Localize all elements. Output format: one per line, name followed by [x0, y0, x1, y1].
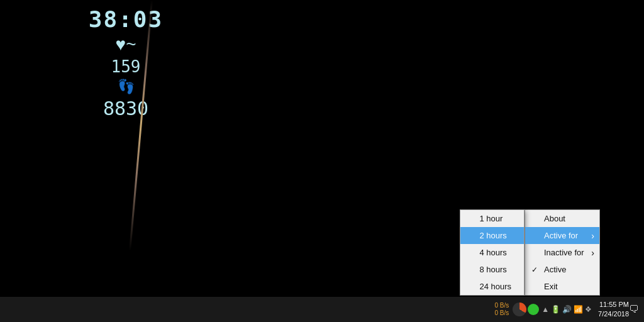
green-status-icon[interactable]	[528, 304, 539, 315]
menu-item-4hours[interactable]: 4 hours	[460, 244, 524, 261]
menu-item-8hours[interactable]: 8 hours	[460, 261, 524, 278]
volume-icon[interactable]: 🔊	[562, 305, 572, 314]
menu-item-inactive-for[interactable]: Inactive for	[525, 244, 599, 261]
device-display: 38:03 ♥~ 159 👣 8830	[75, 6, 176, 151]
taskbar: 0 B/s 0 B/s ▲ 🔋 🔊 📶 ❖ 11:55 PM 7/24/2018…	[0, 297, 644, 322]
timer-icon[interactable]	[513, 303, 526, 316]
menu-item-active[interactable]: ✓ Active	[525, 261, 599, 278]
menu-item-1hour[interactable]: 1 hour	[460, 210, 524, 227]
network-icon[interactable]: 📶	[574, 305, 583, 314]
menu-item-exit[interactable]: Exit	[525, 278, 599, 295]
tray-icon-1[interactable]: ▲	[541, 305, 549, 314]
active-checkmark: ✓	[531, 265, 538, 274]
main-context-menu: About Active for Inactive for ✓ Active E…	[525, 209, 600, 296]
clock-time: 11:55 PM	[599, 300, 629, 309]
dropbox-icon[interactable]: ❖	[585, 305, 592, 314]
display-steps: 8830	[75, 97, 176, 119]
feet-icon: 👣	[75, 79, 176, 95]
menu-item-about[interactable]: About	[525, 210, 599, 227]
system-tray: ▲ 🔋 🔊 📶 ❖	[541, 305, 592, 314]
clock-area[interactable]: 11:55 PM 7/24/2018	[598, 300, 629, 319]
context-menu-container: 1 hour 2 hours 4 hours 8 hours 24 hours …	[460, 209, 600, 296]
clock-date: 7/24/2018	[598, 309, 629, 319]
network-monitor: 0 B/s 0 B/s	[494, 302, 509, 317]
hours-submenu: 1 hour 2 hours 4 hours 8 hours 24 hours	[460, 209, 525, 296]
heart-icon: ♥~	[75, 35, 176, 55]
network-download: 0 B/s	[494, 309, 509, 317]
menu-item-active-for[interactable]: Active for	[525, 227, 599, 244]
menu-item-24hours[interactable]: 24 hours	[460, 278, 524, 295]
battery-icon: 🔋	[551, 305, 560, 314]
display-time: 38:03	[75, 6, 176, 32]
display-heart-rate: 159	[75, 57, 176, 76]
menu-item-2hours[interactable]: 2 hours	[460, 227, 524, 244]
network-upload: 0 B/s	[494, 302, 509, 309]
notification-icon[interactable]: 🗨	[629, 304, 639, 315]
